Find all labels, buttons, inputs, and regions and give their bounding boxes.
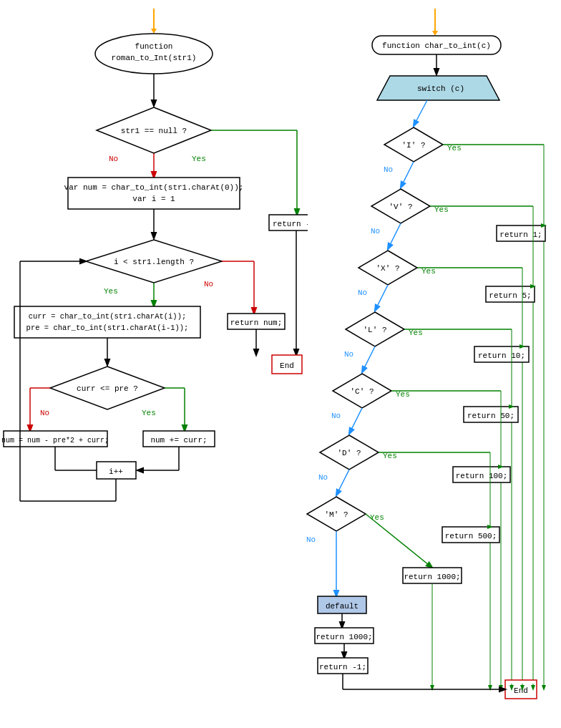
svg-text:roman_to_Int(str1): roman_to_Int(str1) [112,54,197,62]
svg-text:return 10;: return 10; [478,351,525,360]
svg-text:'M' ?: 'M' ? [324,510,348,519]
svg-text:return 50;: return 50; [467,412,514,420]
svg-text:No: No [306,535,316,544]
svg-text:return 1000;: return 1000; [404,573,460,581]
flowchart-svg: function roman_to_Int(str1) str1 == null… [0,0,561,728]
svg-text:return -1;: return -1; [319,663,366,671]
svg-text:switch (c): switch (c) [417,84,464,93]
svg-text:return 1;: return 1; [499,230,542,239]
svg-text:function char_to_int(c): function char_to_int(c) [382,42,491,50]
svg-text:No: No [109,155,118,163]
svg-rect-321 [308,0,561,728]
svg-rect-276 [68,178,240,209]
svg-text:var i = 1: var i = 1 [132,195,175,203]
svg-text:No: No [318,473,328,482]
svg-text:return 100;: return 100; [456,472,508,480]
svg-text:var num = char_to_int(str1.cha: var num = char_to_int(str1.charAt(0)); [64,183,244,192]
svg-text:Yes: Yes [409,329,423,337]
svg-text:No: No [40,409,49,417]
svg-text:'X' ?: 'X' ? [376,264,399,273]
svg-text:i < str1.length ?: i < str1.length ? [114,258,194,266]
svg-text:No: No [358,288,367,297]
svg-text:return 5;: return 5; [489,291,531,300]
svg-text:'D' ?: 'D' ? [337,449,361,457]
svg-text:function: function [135,42,173,51]
svg-text:'V' ?: 'V' ? [389,203,412,211]
svg-text:Yes: Yes [447,144,462,152]
svg-text:Yes: Yes [396,390,410,399]
svg-text:End: End [514,686,528,695]
svg-text:num = num - pre*2 + curr;: num = num - pre*2 + curr; [1,437,109,445]
svg-text:Yes: Yes [421,267,436,276]
svg-text:No: No [384,165,393,174]
svg-text:'L' ?: 'L' ? [363,326,386,334]
svg-text:default: default [326,602,358,611]
svg-text:return 500;: return 500; [445,532,497,540]
svg-text:No: No [331,412,341,420]
svg-text:No: No [344,350,353,359]
svg-text:num += curr;: num += curr; [150,436,207,445]
svg-text:str1 == null ?: str1 == null ? [121,127,187,135]
svg-text:Yes: Yes [142,409,156,417]
svg-text:Yes: Yes [104,287,118,296]
svg-text:Yes: Yes [192,155,206,163]
svg-text:return 1000;: return 1000; [316,633,372,641]
svg-text:Yes: Yes [434,205,449,214]
svg-text:pre = char_to_int(str1.charAt(: pre = char_to_int(str1.charAt(i-1)); [26,324,189,332]
svg-text:curr <= pre ?: curr <= pre ? [77,384,138,393]
svg-text:'C' ?: 'C' ? [350,387,374,396]
svg-text:No: No [204,280,213,288]
svg-rect-290 [14,306,200,338]
svg-text:Yes: Yes [370,513,384,522]
svg-text:End: End [280,361,294,370]
svg-text:Yes: Yes [383,452,397,460]
svg-text:return num;: return num; [230,319,283,327]
svg-text:i++: i++ [109,467,123,476]
svg-text:'I' ?: 'I' ? [401,141,425,150]
svg-text:curr = char_to_int(str1.charAt: curr = char_to_int(str1.charAt(i)); [29,312,187,321]
svg-text:No: No [371,227,380,236]
